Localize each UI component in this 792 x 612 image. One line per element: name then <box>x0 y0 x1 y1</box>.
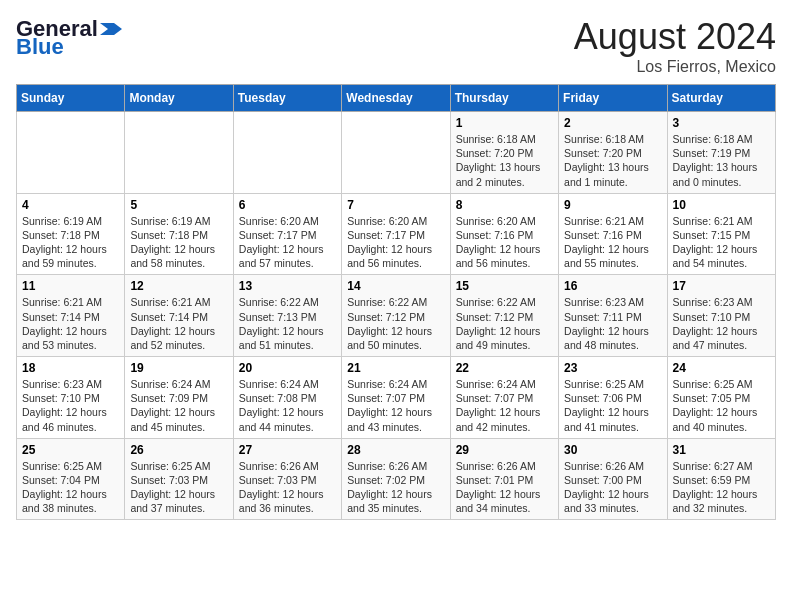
day-cell: 7Sunrise: 6:20 AM Sunset: 7:17 PM Daylig… <box>342 193 450 275</box>
day-cell: 19Sunrise: 6:24 AM Sunset: 7:09 PM Dayli… <box>125 357 233 439</box>
day-number: 8 <box>456 198 553 212</box>
day-info: Sunrise: 6:21 AM Sunset: 7:14 PM Dayligh… <box>22 295 119 352</box>
week-row-2: 4Sunrise: 6:19 AM Sunset: 7:18 PM Daylig… <box>17 193 776 275</box>
day-cell: 29Sunrise: 6:26 AM Sunset: 7:01 PM Dayli… <box>450 438 558 520</box>
day-number: 9 <box>564 198 661 212</box>
day-number: 5 <box>130 198 227 212</box>
day-number: 30 <box>564 443 661 457</box>
day-cell: 10Sunrise: 6:21 AM Sunset: 7:15 PM Dayli… <box>667 193 775 275</box>
week-row-4: 18Sunrise: 6:23 AM Sunset: 7:10 PM Dayli… <box>17 357 776 439</box>
col-header-friday: Friday <box>559 85 667 112</box>
week-row-3: 11Sunrise: 6:21 AM Sunset: 7:14 PM Dayli… <box>17 275 776 357</box>
day-info: Sunrise: 6:21 AM Sunset: 7:15 PM Dayligh… <box>673 214 770 271</box>
day-info: Sunrise: 6:25 AM Sunset: 7:05 PM Dayligh… <box>673 377 770 434</box>
day-info: Sunrise: 6:25 AM Sunset: 7:06 PM Dayligh… <box>564 377 661 434</box>
title-block: August 2024 Los Fierros, Mexico <box>574 16 776 76</box>
day-number: 13 <box>239 279 336 293</box>
day-cell: 24Sunrise: 6:25 AM Sunset: 7:05 PM Dayli… <box>667 357 775 439</box>
day-info: Sunrise: 6:20 AM Sunset: 7:16 PM Dayligh… <box>456 214 553 271</box>
day-info: Sunrise: 6:24 AM Sunset: 7:07 PM Dayligh… <box>347 377 444 434</box>
day-info: Sunrise: 6:22 AM Sunset: 7:12 PM Dayligh… <box>347 295 444 352</box>
day-number: 22 <box>456 361 553 375</box>
day-info: Sunrise: 6:20 AM Sunset: 7:17 PM Dayligh… <box>347 214 444 271</box>
day-info: Sunrise: 6:19 AM Sunset: 7:18 PM Dayligh… <box>130 214 227 271</box>
day-cell: 11Sunrise: 6:21 AM Sunset: 7:14 PM Dayli… <box>17 275 125 357</box>
day-cell: 18Sunrise: 6:23 AM Sunset: 7:10 PM Dayli… <box>17 357 125 439</box>
day-info: Sunrise: 6:25 AM Sunset: 7:04 PM Dayligh… <box>22 459 119 516</box>
day-info: Sunrise: 6:18 AM Sunset: 7:19 PM Dayligh… <box>673 132 770 189</box>
day-cell: 4Sunrise: 6:19 AM Sunset: 7:18 PM Daylig… <box>17 193 125 275</box>
day-info: Sunrise: 6:21 AM Sunset: 7:14 PM Dayligh… <box>130 295 227 352</box>
day-cell <box>17 112 125 194</box>
day-number: 26 <box>130 443 227 457</box>
page-subtitle: Los Fierros, Mexico <box>574 58 776 76</box>
day-number: 24 <box>673 361 770 375</box>
day-number: 12 <box>130 279 227 293</box>
day-cell: 22Sunrise: 6:24 AM Sunset: 7:07 PM Dayli… <box>450 357 558 439</box>
day-number: 25 <box>22 443 119 457</box>
day-cell <box>233 112 341 194</box>
day-info: Sunrise: 6:23 AM Sunset: 7:10 PM Dayligh… <box>22 377 119 434</box>
day-number: 7 <box>347 198 444 212</box>
day-cell: 6Sunrise: 6:20 AM Sunset: 7:17 PM Daylig… <box>233 193 341 275</box>
calendar-table: SundayMondayTuesdayWednesdayThursdayFrid… <box>16 84 776 520</box>
col-header-sunday: Sunday <box>17 85 125 112</box>
day-cell: 23Sunrise: 6:25 AM Sunset: 7:06 PM Dayli… <box>559 357 667 439</box>
day-number: 17 <box>673 279 770 293</box>
day-number: 21 <box>347 361 444 375</box>
day-number: 11 <box>22 279 119 293</box>
col-header-thursday: Thursday <box>450 85 558 112</box>
page-header: General Blue August 2024 Los Fierros, Me… <box>16 16 776 76</box>
day-cell: 27Sunrise: 6:26 AM Sunset: 7:03 PM Dayli… <box>233 438 341 520</box>
day-info: Sunrise: 6:26 AM Sunset: 7:02 PM Dayligh… <box>347 459 444 516</box>
day-cell: 21Sunrise: 6:24 AM Sunset: 7:07 PM Dayli… <box>342 357 450 439</box>
day-info: Sunrise: 6:25 AM Sunset: 7:03 PM Dayligh… <box>130 459 227 516</box>
day-info: Sunrise: 6:24 AM Sunset: 7:07 PM Dayligh… <box>456 377 553 434</box>
day-number: 31 <box>673 443 770 457</box>
day-cell: 8Sunrise: 6:20 AM Sunset: 7:16 PM Daylig… <box>450 193 558 275</box>
col-header-saturday: Saturday <box>667 85 775 112</box>
day-number: 27 <box>239 443 336 457</box>
day-info: Sunrise: 6:19 AM Sunset: 7:18 PM Dayligh… <box>22 214 119 271</box>
day-cell: 17Sunrise: 6:23 AM Sunset: 7:10 PM Dayli… <box>667 275 775 357</box>
day-cell: 2Sunrise: 6:18 AM Sunset: 7:20 PM Daylig… <box>559 112 667 194</box>
day-number: 28 <box>347 443 444 457</box>
day-info: Sunrise: 6:21 AM Sunset: 7:16 PM Dayligh… <box>564 214 661 271</box>
day-cell: 28Sunrise: 6:26 AM Sunset: 7:02 PM Dayli… <box>342 438 450 520</box>
day-cell: 1Sunrise: 6:18 AM Sunset: 7:20 PM Daylig… <box>450 112 558 194</box>
day-number: 16 <box>564 279 661 293</box>
day-cell: 25Sunrise: 6:25 AM Sunset: 7:04 PM Dayli… <box>17 438 125 520</box>
day-cell: 31Sunrise: 6:27 AM Sunset: 6:59 PM Dayli… <box>667 438 775 520</box>
day-number: 3 <box>673 116 770 130</box>
day-number: 14 <box>347 279 444 293</box>
page-title: August 2024 <box>574 16 776 58</box>
day-number: 23 <box>564 361 661 375</box>
logo-arrow-icon <box>100 19 122 39</box>
day-info: Sunrise: 6:26 AM Sunset: 7:00 PM Dayligh… <box>564 459 661 516</box>
day-info: Sunrise: 6:18 AM Sunset: 7:20 PM Dayligh… <box>564 132 661 189</box>
day-info: Sunrise: 6:26 AM Sunset: 7:01 PM Dayligh… <box>456 459 553 516</box>
logo-blue: Blue <box>16 34 64 60</box>
day-cell: 3Sunrise: 6:18 AM Sunset: 7:19 PM Daylig… <box>667 112 775 194</box>
day-number: 20 <box>239 361 336 375</box>
header-row: SundayMondayTuesdayWednesdayThursdayFrid… <box>17 85 776 112</box>
day-number: 10 <box>673 198 770 212</box>
day-number: 6 <box>239 198 336 212</box>
col-header-monday: Monday <box>125 85 233 112</box>
day-cell: 30Sunrise: 6:26 AM Sunset: 7:00 PM Dayli… <box>559 438 667 520</box>
day-info: Sunrise: 6:18 AM Sunset: 7:20 PM Dayligh… <box>456 132 553 189</box>
day-info: Sunrise: 6:20 AM Sunset: 7:17 PM Dayligh… <box>239 214 336 271</box>
day-info: Sunrise: 6:22 AM Sunset: 7:12 PM Dayligh… <box>456 295 553 352</box>
day-cell: 20Sunrise: 6:24 AM Sunset: 7:08 PM Dayli… <box>233 357 341 439</box>
day-cell: 15Sunrise: 6:22 AM Sunset: 7:12 PM Dayli… <box>450 275 558 357</box>
day-info: Sunrise: 6:27 AM Sunset: 6:59 PM Dayligh… <box>673 459 770 516</box>
day-number: 1 <box>456 116 553 130</box>
week-row-1: 1Sunrise: 6:18 AM Sunset: 7:20 PM Daylig… <box>17 112 776 194</box>
day-cell <box>342 112 450 194</box>
day-cell: 9Sunrise: 6:21 AM Sunset: 7:16 PM Daylig… <box>559 193 667 275</box>
day-info: Sunrise: 6:24 AM Sunset: 7:08 PM Dayligh… <box>239 377 336 434</box>
day-cell: 14Sunrise: 6:22 AM Sunset: 7:12 PM Dayli… <box>342 275 450 357</box>
day-number: 15 <box>456 279 553 293</box>
day-info: Sunrise: 6:23 AM Sunset: 7:11 PM Dayligh… <box>564 295 661 352</box>
day-info: Sunrise: 6:26 AM Sunset: 7:03 PM Dayligh… <box>239 459 336 516</box>
